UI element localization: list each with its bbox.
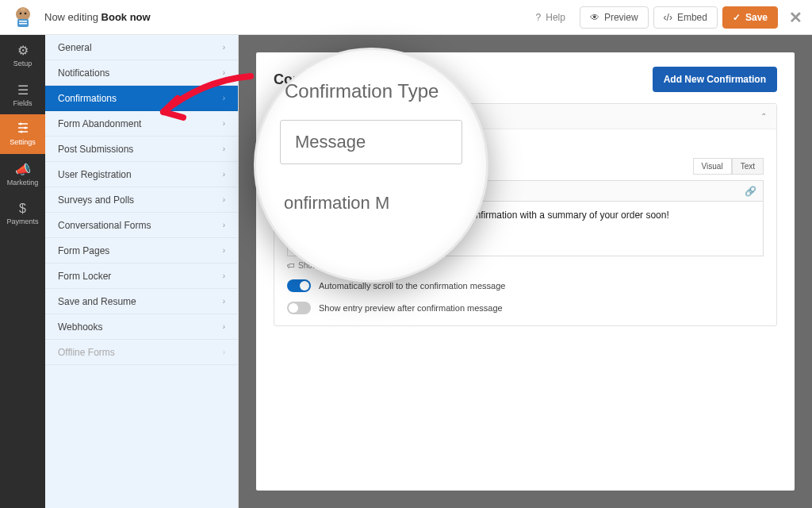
embed-button[interactable]: ‹/›Embed <box>653 6 718 29</box>
sidebar-confirmations[interactable]: Confirmations› <box>45 86 238 111</box>
chevron-right-icon: › <box>223 221 225 229</box>
list-icon: ☰ <box>17 83 29 98</box>
svg-point-4 <box>20 12 22 14</box>
svg-point-5 <box>25 12 27 14</box>
toggle-auto-scroll-label: Automatically scroll to the confirmation… <box>319 281 505 291</box>
save-button[interactable]: ✓Save <box>722 6 778 29</box>
sidebar-post-submissions[interactable]: Post Submissions› <box>45 137 238 162</box>
chevron-right-icon: › <box>223 195 225 204</box>
tag-icon: 🏷 <box>287 261 295 270</box>
lens-heading: Confirmation Type <box>280 80 462 102</box>
magnifier-overlay: Confirmation Type Message onfirmation M <box>254 48 488 283</box>
tab-text[interactable]: Text <box>732 158 764 175</box>
svg-point-6 <box>21 8 25 11</box>
nav-fields[interactable]: ☰Fields <box>0 75 45 114</box>
dollar-icon: $ <box>19 202 26 216</box>
chevron-right-icon: › <box>223 43 225 52</box>
sidebar-notifications[interactable]: Notifications› <box>45 60 238 86</box>
lens-select: Message <box>280 120 462 164</box>
gear-icon: ⚙ <box>17 43 29 58</box>
check-icon: ✓ <box>733 12 741 23</box>
toggle-entry-preview-label: Show entry preview after confirmation me… <box>319 303 503 313</box>
sidebar-webhooks[interactable]: Webhooks› <box>45 314 238 340</box>
nav-setup[interactable]: ⚙Setup <box>0 35 45 75</box>
chevron-right-icon: › <box>223 348 225 356</box>
svg-point-8 <box>24 126 26 129</box>
sidebar-user-registration[interactable]: User Registration› <box>45 162 238 187</box>
sidebar-form-locker[interactable]: Form Locker› <box>45 264 238 289</box>
nav-payments[interactable]: $Payments <box>0 194 45 233</box>
sidebar-form-pages[interactable]: Form Pages› <box>45 238 238 264</box>
chevron-right-icon: › <box>223 246 225 255</box>
svg-rect-3 <box>19 23 27 25</box>
tab-visual[interactable]: Visual <box>693 158 732 175</box>
help-button[interactable]: ?Help <box>527 7 575 28</box>
nav-marketing[interactable]: 📣Marketing <box>0 154 45 194</box>
chevron-right-icon: › <box>223 94 225 102</box>
chevron-up-icon: ⌃ <box>760 112 767 121</box>
wpforms-logo <box>10 4 36 31</box>
add-confirmation-button[interactable]: Add New Confirmation <box>653 67 777 92</box>
svg-point-9 <box>20 130 22 133</box>
chevron-right-icon: › <box>223 68 225 77</box>
eye-icon: 👁 <box>590 12 599 23</box>
sidebar-general[interactable]: General› <box>45 35 238 60</box>
sidebar-save-resume[interactable]: Save and Resume› <box>45 289 238 314</box>
lens-subheading: onfirmation M <box>280 193 462 214</box>
chevron-right-icon: › <box>223 322 225 331</box>
left-nav: ⚙Setup ☰Fields Settings 📣Marketing $Paym… <box>0 35 45 508</box>
svg-rect-2 <box>19 21 27 22</box>
close-button[interactable]: ✕ <box>789 8 802 27</box>
chevron-right-icon: › <box>223 271 225 280</box>
now-editing: Now editing Book now <box>44 11 151 23</box>
help-icon: ? <box>536 12 542 23</box>
preview-button[interactable]: 👁Preview <box>580 6 649 29</box>
topbar: Now editing Book now ?Help 👁Preview ‹/›E… <box>0 0 812 35</box>
link-icon[interactable]: 🔗 <box>745 186 756 197</box>
sidebar-offline-forms[interactable]: Offline Forms› <box>45 340 238 365</box>
sliders-icon <box>17 122 29 137</box>
settings-sidebar: General› Notifications› Confirmations› F… <box>45 35 239 508</box>
sidebar-conversational-forms[interactable]: Conversational Forms› <box>45 213 238 238</box>
chevron-right-icon: › <box>223 170 225 179</box>
toggle-entry-preview[interactable] <box>287 302 311 314</box>
sidebar-surveys-polls[interactable]: Surveys and Polls› <box>45 187 238 213</box>
chevron-right-icon: › <box>223 119 225 128</box>
chevron-right-icon: › <box>223 297 225 306</box>
megaphone-icon: 📣 <box>15 162 31 177</box>
sidebar-form-abandonment[interactable]: Form Abandonment› <box>45 111 238 137</box>
nav-settings[interactable]: Settings <box>0 114 45 154</box>
svg-point-7 <box>19 122 21 125</box>
code-icon: ‹/› <box>664 12 672 23</box>
chevron-right-icon: › <box>223 144 225 153</box>
toggle-auto-scroll[interactable] <box>287 279 311 292</box>
